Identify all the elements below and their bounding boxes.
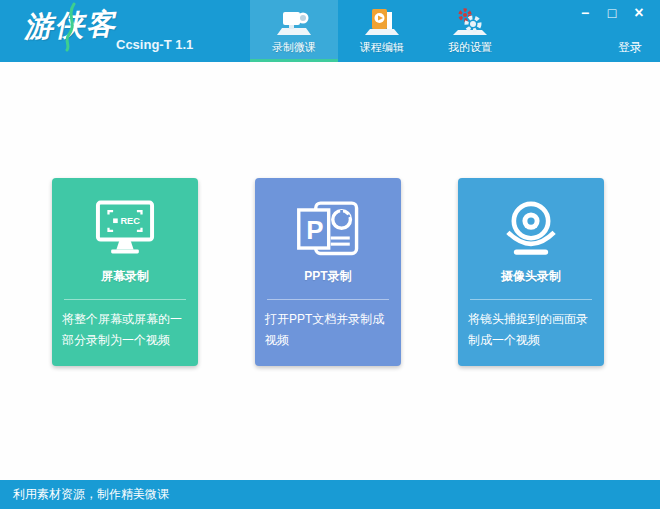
webcam-icon: [458, 193, 604, 265]
card-title: PPT录制: [255, 268, 401, 285]
card-divider: [64, 299, 187, 300]
footer-slogan: 利用素材资源，制作精美微课: [0, 486, 169, 503]
card-title: 屏幕录制: [52, 268, 198, 285]
maximize-icon[interactable]: □: [603, 4, 621, 22]
tab-label: 我的设置: [448, 40, 492, 55]
main-content: REC 屏幕录制 将整个屏幕或屏幕的一部分录制为一个视频: [0, 62, 660, 480]
card-camera-record[interactable]: 摄像头录制 将镜头捕捉到的画面录制成一个视频: [458, 178, 604, 366]
rec-label: REC: [120, 216, 140, 226]
tab-course-edit[interactable]: 课程编辑: [338, 0, 426, 62]
title-bar: 游侠客 Ccsing-T 1.1 录制微课: [0, 0, 660, 62]
record-mode-cards: REC 屏幕录制 将整个屏幕或屏幕的一部分录制为一个视频: [52, 178, 604, 366]
card-divider: [267, 299, 390, 300]
tab-label: 课程编辑: [360, 40, 404, 55]
app-version: Ccsing-T 1.1: [116, 37, 193, 52]
login-button[interactable]: 登录: [618, 39, 642, 56]
card-ppt-record[interactable]: P PPT录制 打开PPT文档并录制成视频: [255, 178, 401, 366]
close-icon[interactable]: ×: [630, 4, 648, 22]
card-divider: [470, 299, 593, 300]
tab-my-settings[interactable]: 我的设置: [426, 0, 514, 62]
tab-label: 录制微课: [272, 40, 316, 55]
card-screen-record[interactable]: REC 屏幕录制 将整个屏幕或屏幕的一部分录制为一个视频: [52, 178, 198, 366]
card-description: 将整个屏幕或屏幕的一部分录制为一个视频: [62, 309, 189, 351]
main-tabs: 录制微课 课程编辑: [250, 0, 514, 62]
footer-bar: 利用素材资源，制作精美微课: [0, 480, 660, 509]
minimize-icon[interactable]: −: [576, 4, 594, 22]
card-title: 摄像头录制: [458, 268, 604, 285]
settings-gears-icon: [451, 5, 489, 39]
ppt-document-icon: P: [255, 193, 401, 265]
course-edit-book-icon: [363, 5, 401, 39]
screen-record-monitor-icon: REC: [52, 193, 198, 265]
tab-record-microlesson[interactable]: 录制微课: [250, 0, 338, 62]
camera-recorder-icon: [275, 5, 313, 39]
card-description: 打开PPT文档并录制成视频: [265, 309, 392, 351]
window-controls: − □ ×: [576, 4, 648, 22]
ppt-letter: P: [306, 216, 323, 244]
app-logo: 游侠客: [23, 4, 117, 47]
app-window: 游侠客 Ccsing-T 1.1 录制微课: [0, 0, 660, 509]
card-description: 将镜头捕捉到的画面录制成一个视频: [468, 309, 595, 351]
